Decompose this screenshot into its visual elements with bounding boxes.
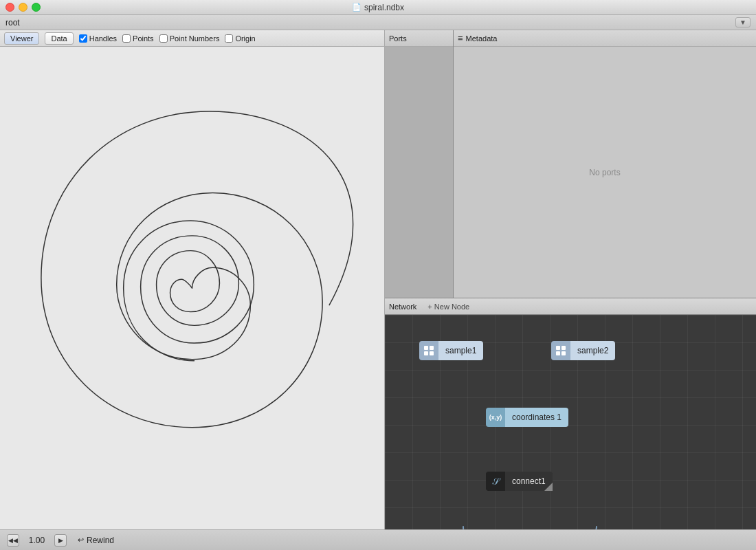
minimize-button[interactable] xyxy=(19,3,27,12)
sample1-label: sample1 xyxy=(438,341,483,360)
origin-label: Origin xyxy=(235,34,255,43)
points-label: Points xyxy=(133,34,154,43)
window-title: spiral.ndbx xyxy=(364,3,404,12)
grid-icon-sample1 xyxy=(424,346,434,355)
metadata-area: ≡ Metadata No ports xyxy=(454,30,756,298)
tab-viewer[interactable]: Viewer xyxy=(4,32,39,45)
no-ports-text: No ports xyxy=(589,168,620,177)
node-sample2[interactable]: sample2 xyxy=(551,341,615,360)
origin-checkbox[interactable] xyxy=(225,34,233,43)
right-panel: Ports ≡ Metadata No ports Network + New … xyxy=(385,30,756,529)
points-toggle[interactable]: Points xyxy=(122,34,154,43)
network-canvas[interactable]: sample1 sample2 (x,y) coord xyxy=(385,315,756,529)
node-coordinates1[interactable]: (x,y) coordinates 1 xyxy=(486,408,568,427)
ports-label: Ports xyxy=(389,34,407,43)
viewer-toolbar: Viewer Data Handles Points Point Numbers… xyxy=(0,30,384,47)
sample1-icon xyxy=(419,341,438,360)
viewer-canvas[interactable] xyxy=(0,47,384,529)
title-bar: 📄 spiral.ndbx xyxy=(0,0,756,15)
metadata-header: ≡ Metadata xyxy=(454,30,756,47)
window-controls xyxy=(5,3,41,12)
point-numbers-toggle[interactable]: Point Numbers xyxy=(159,34,220,43)
breadcrumb-bar: root ▼ xyxy=(0,15,756,30)
xy-icon: (x,y) xyxy=(489,415,502,421)
node-sample1[interactable]: sample1 xyxy=(419,341,483,360)
point-numbers-label: Point Numbers xyxy=(170,34,220,43)
corner-mark xyxy=(544,483,553,491)
metadata-label: Metadata xyxy=(466,34,498,43)
network-header: Network + New Node xyxy=(385,298,756,315)
point-numbers-checkbox[interactable] xyxy=(159,34,168,43)
grid-icon-sample2 xyxy=(556,346,566,355)
ports-sidebar: Ports xyxy=(385,30,454,298)
main-area: Viewer Data Handles Points Point Numbers… xyxy=(0,30,756,529)
handles-checkbox[interactable] xyxy=(79,34,87,43)
ports-header: Ports xyxy=(385,30,453,47)
new-node-button[interactable]: + New Node xyxy=(427,302,469,311)
tab-data[interactable]: Data xyxy=(45,32,73,45)
bottom-bar: ◀◀ 1.00 ▶ ↩ Rewind xyxy=(0,529,756,550)
node-connect1[interactable]: 𝒮 connect1 xyxy=(486,472,553,491)
spiral-display xyxy=(0,47,384,529)
rewind-to-start-button[interactable]: ◀◀ xyxy=(7,534,19,547)
breadcrumb-root[interactable]: root xyxy=(5,18,20,28)
frame-display: 1.00 xyxy=(25,536,49,545)
points-checkbox[interactable] xyxy=(122,34,131,43)
sample2-icon xyxy=(551,341,570,360)
network-label: Network xyxy=(389,302,416,311)
coordinates1-icon: (x,y) xyxy=(486,408,505,427)
metadata-content: No ports xyxy=(454,47,756,298)
origin-toggle[interactable]: Origin xyxy=(225,34,255,43)
handles-label: Handles xyxy=(89,34,117,43)
rewind-text: Rewind xyxy=(87,536,114,545)
handles-toggle[interactable]: Handles xyxy=(79,34,117,43)
network-area: Network + New Node xyxy=(385,298,756,529)
document-icon: 📄 xyxy=(352,3,362,12)
sample2-label: sample2 xyxy=(570,341,615,360)
connect1-icon: 𝒮 xyxy=(486,472,505,491)
left-panel: Viewer Data Handles Points Point Numbers… xyxy=(0,30,385,529)
ports-area: Ports ≡ Metadata No ports xyxy=(385,30,756,298)
connect-icon: 𝒮 xyxy=(492,476,499,487)
maximize-button[interactable] xyxy=(32,3,41,12)
coordinates1-label: coordinates 1 xyxy=(505,408,568,427)
metadata-icon: ≡ xyxy=(458,33,463,43)
close-button[interactable] xyxy=(5,3,14,12)
rewind-label[interactable]: ↩ Rewind xyxy=(78,536,114,545)
play-button[interactable]: ▶ xyxy=(54,534,67,547)
title-text: 📄 spiral.ndbx xyxy=(352,3,404,12)
collapse-button[interactable]: ▼ xyxy=(735,17,751,28)
